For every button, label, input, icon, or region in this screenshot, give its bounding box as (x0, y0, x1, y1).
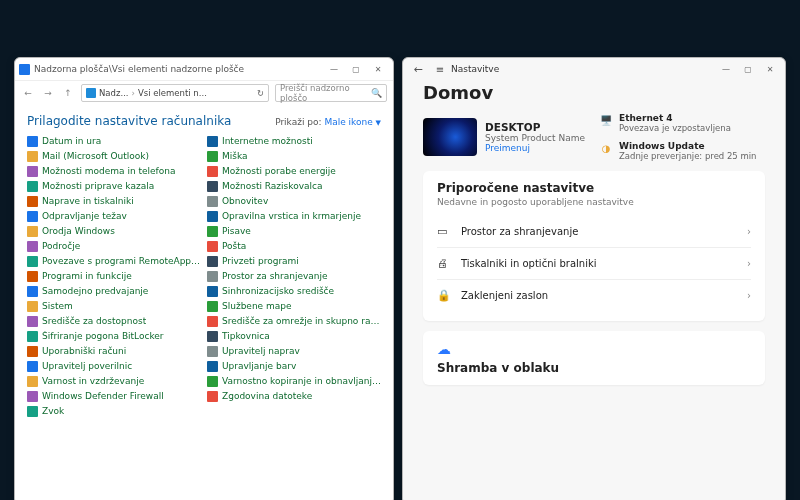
applet-icon (207, 331, 218, 342)
printer-icon: 🖨 (437, 257, 451, 270)
control-panel-item[interactable]: Programi in funkcije (27, 269, 201, 283)
control-panel-item[interactable]: Področje (27, 239, 201, 253)
control-panel-item[interactable]: Upravljanje barv (207, 359, 381, 373)
applet-icon (27, 376, 38, 387)
control-panel-item[interactable]: Datum in ura (27, 134, 201, 148)
applet-label: Odpravljanje težav (42, 211, 127, 221)
ethernet-title: Ethernet 4 (619, 113, 731, 123)
recommended-item[interactable]: 🖨Tiskalniki in optični bralniki› (437, 247, 751, 279)
cloud-icon: ☁ (437, 341, 751, 357)
device-card[interactable]: DESKTOP System Product Name Preimenuj (423, 113, 585, 161)
search-icon: 🔍 (371, 88, 382, 98)
control-panel-item[interactable]: Šifriranje pogona BitLocker (27, 329, 201, 343)
recommended-title: Priporočene nastavitve (437, 181, 751, 195)
applet-label: Prostor za shranjevanje (222, 271, 328, 281)
close-button[interactable]: ✕ (759, 61, 781, 77)
cloud-storage-card[interactable]: ☁ Shramba v oblaku (423, 331, 765, 385)
control-panel-item[interactable]: Središče za omrežje in skupno rabo (207, 314, 381, 328)
content-header: Prilagodite nastavitve računalnika Prika… (27, 114, 381, 128)
control-panel-item[interactable]: Obnovitev (207, 194, 381, 208)
control-panel-item[interactable]: Možnosti Raziskovalca (207, 179, 381, 193)
search-placeholder: Preišči nadzorno ploščo (280, 83, 371, 103)
applet-label: Samodejno predvajanje (42, 286, 148, 296)
control-panel-item[interactable]: Samodejno predvajanje (27, 284, 201, 298)
applet-icon (207, 196, 218, 207)
applet-icon (207, 181, 218, 192)
control-panel-item[interactable]: Varnostno kopiranje in obnavljanje… (207, 374, 381, 388)
chevron-right-icon: › (747, 258, 751, 269)
navigation-toolbar: ← → ↑ Nadz... › Vsi elementi n... ↻ Prei… (15, 80, 393, 104)
recommended-item-label: Tiskalniki in optični bralniki (461, 258, 737, 269)
control-panel-item[interactable]: Zgodovina datoteke (207, 389, 381, 403)
control-panel-item[interactable]: Središče za dostopnost (27, 314, 201, 328)
control-panel-item[interactable]: Tipkovnica (207, 329, 381, 343)
control-panel-item[interactable]: Odpravljanje težav (27, 209, 201, 223)
applet-label: Zvok (42, 406, 64, 416)
rename-link[interactable]: Preimenuj (485, 143, 585, 153)
update-status-item[interactable]: ◑ Windows Update Zadnje preverjanje: pre… (599, 141, 757, 161)
back-button[interactable]: ← (407, 63, 429, 76)
control-panel-item[interactable]: Varnost in vzdrževanje (27, 374, 201, 388)
control-panel-item[interactable]: Uporabniški računi (27, 344, 201, 358)
control-panel-item[interactable]: Sistem (27, 299, 201, 313)
applet-label: Miška (222, 151, 248, 161)
control-panel-item[interactable]: Windows Defender Firewall (27, 389, 201, 403)
lock-icon: 🔒 (437, 289, 451, 302)
control-panel-item[interactable]: Možnosti priprave kazala (27, 179, 201, 193)
control-panel-item[interactable]: Zvok (27, 404, 201, 418)
control-panel-titlebar[interactable]: Nadzorna plošča\Vsi elementi nadzorne pl… (15, 58, 393, 80)
control-panel-item[interactable]: Pošta (207, 239, 381, 253)
page-title: Prilagodite nastavitve računalnika (27, 114, 275, 128)
close-button[interactable]: ✕ (367, 61, 389, 77)
maximize-button[interactable]: ▢ (345, 61, 367, 77)
control-panel-item[interactable]: Sinhronizacijsko središče (207, 284, 381, 298)
applet-label: Naprave in tiskalniki (42, 196, 134, 206)
applet-icon (207, 316, 218, 327)
home-heading: Domov (423, 82, 765, 103)
applet-icon (207, 286, 218, 297)
forward-arrow-icon[interactable]: → (41, 86, 55, 100)
control-panel-item[interactable]: Opravilna vrstica in krmarjenje (207, 209, 381, 223)
control-panel-item[interactable]: Internetne možnosti (207, 134, 381, 148)
minimize-button[interactable]: — (715, 61, 737, 77)
control-panel-item[interactable]: Službene mape (207, 299, 381, 313)
control-panel-item[interactable]: Naprave in tiskalniki (27, 194, 201, 208)
up-arrow-icon[interactable]: ↑ (61, 86, 75, 100)
update-title: Windows Update (619, 141, 757, 151)
settings-body: Domov DESKTOP System Product Name Preime… (403, 80, 785, 500)
control-panel-item[interactable]: Privzeti programi (207, 254, 381, 268)
maximize-button[interactable]: ▢ (737, 61, 759, 77)
view-by-control[interactable]: Prikaži po: Male ikone ▼ (275, 117, 381, 127)
back-arrow-icon[interactable]: ← (21, 86, 35, 100)
menu-icon[interactable]: ≡ (429, 64, 451, 75)
control-panel-item[interactable]: Povezave s programi RemoteApp in … (27, 254, 201, 268)
applet-icon (27, 271, 38, 282)
control-panel-item[interactable]: Pisave (207, 224, 381, 238)
control-panel-item[interactable]: Možnosti porabe energije (207, 164, 381, 178)
settings-titlebar[interactable]: ← ≡ Nastavitve — ▢ ✕ (403, 58, 785, 80)
applet-label: Mail (Microsoft Outlook) (42, 151, 149, 161)
applet-icon (207, 271, 218, 282)
minimize-button[interactable]: — (323, 61, 345, 77)
applet-icon (27, 361, 38, 372)
control-panel-item[interactable]: Možnosti modema in telefona (27, 164, 201, 178)
recommended-item[interactable]: 🔒Zaklenjeni zaslon› (437, 279, 751, 311)
breadcrumb-item[interactable]: Vsi elementi n... (138, 88, 207, 98)
control-panel-item[interactable]: Upravitelj naprav (207, 344, 381, 358)
window-controls: — ▢ ✕ (323, 61, 389, 77)
control-panel-item[interactable]: Miška (207, 149, 381, 163)
breadcrumb-separator: › (132, 88, 135, 98)
address-bar[interactable]: Nadz... › Vsi elementi n... ↻ (81, 84, 269, 102)
search-input[interactable]: Preišči nadzorno ploščo 🔍 (275, 84, 387, 102)
control-panel-item[interactable]: Prostor za shranjevanje (207, 269, 381, 283)
applet-label: Šifriranje pogona BitLocker (42, 331, 164, 341)
applet-label: Možnosti priprave kazala (42, 181, 154, 191)
control-panel-item[interactable]: Upravitelj poverilnic (27, 359, 201, 373)
refresh-icon[interactable]: ↻ (257, 88, 264, 98)
device-product: System Product Name (485, 133, 585, 143)
control-panel-item[interactable]: Mail (Microsoft Outlook) (27, 149, 201, 163)
breadcrumb-item[interactable]: Nadz... (99, 88, 129, 98)
recommended-item[interactable]: ▭Prostor za shranjevanje› (437, 215, 751, 247)
ethernet-status-item[interactable]: 🖥️ Ethernet 4 Povezava je vzpostavljena (599, 113, 757, 133)
control-panel-item[interactable]: Orodja Windows (27, 224, 201, 238)
